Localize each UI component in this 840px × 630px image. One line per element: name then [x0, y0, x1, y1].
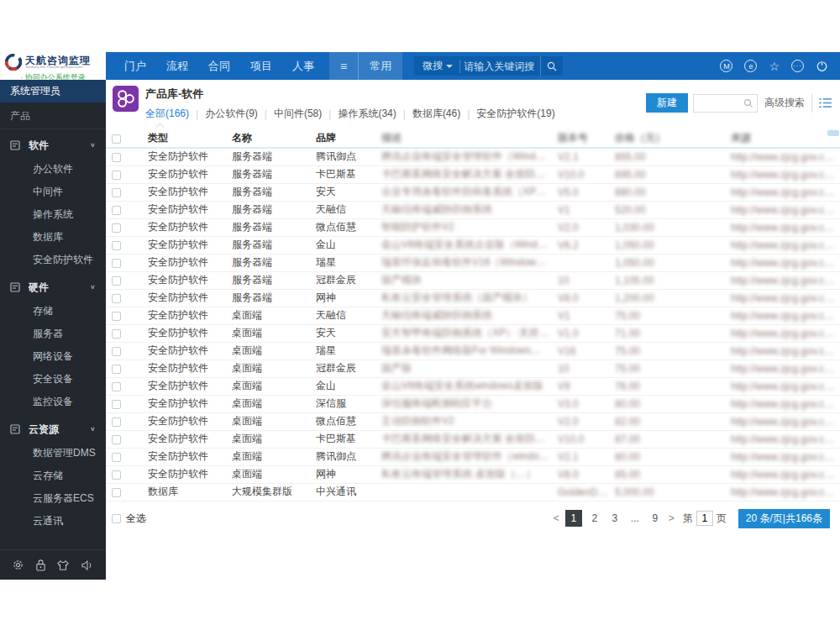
- select-all-checkbox[interactable]: [112, 514, 121, 523]
- page-button-2[interactable]: 2: [587, 510, 602, 527]
- sidebar-item-安全设备[interactable]: 安全设备: [0, 368, 106, 391]
- sound-speaker-icon[interactable]: [81, 559, 94, 571]
- enterprise-chat-icon[interactable]: e: [744, 60, 757, 72]
- tab-3[interactable]: 中间件(58): [274, 105, 322, 123]
- table-row[interactable]: 安全防护软件服务器端微点佰慧智能防护软件V2V2.01,030.00http:/…: [106, 218, 840, 236]
- page-button-1[interactable]: 1: [565, 510, 582, 527]
- page-button-3[interactable]: 3: [607, 510, 622, 527]
- sidebar-group-3[interactable]: 云资源∨: [0, 417, 106, 442]
- settings-gear-icon[interactable]: [12, 559, 24, 571]
- table-row[interactable]: 安全防护软件服务器端网神私有云安全管理系统（国产模块）V8.01,200.00h…: [106, 289, 840, 307]
- select-all-control[interactable]: 全选: [112, 512, 146, 526]
- search-scope-dropdown[interactable]: 微搜: [423, 59, 459, 73]
- row-checkbox[interactable]: [112, 276, 121, 286]
- sidebar-item-网络设备[interactable]: 网络设备: [0, 345, 106, 368]
- row-checkbox[interactable]: [112, 453, 121, 462]
- row-checkbox[interactable]: [112, 382, 121, 391]
- sidebar-item-数据库[interactable]: 数据库: [0, 226, 106, 249]
- sidebar-item-监控设备[interactable]: 监控设备: [0, 391, 106, 413]
- row-checkbox[interactable]: [112, 294, 121, 303]
- row-checkbox[interactable]: [112, 365, 121, 374]
- table-row[interactable]: 安全防护软件服务器端腾讯御点腾讯企业终端安全管理软件（Windows版）V2.1…: [106, 148, 840, 165]
- table-row[interactable]: 安全防护软件服务器端天融信天融信终端威胁防御系统V1520.00http://w…: [106, 201, 840, 218]
- row-checkbox[interactable]: [112, 435, 121, 444]
- tab-5[interactable]: 数据库(46): [412, 105, 460, 123]
- theme-shirt-icon[interactable]: [56, 559, 70, 571]
- table-row[interactable]: 数据库大规模集群版中兴通讯GoldenData v…5,000.00http:/…: [106, 483, 840, 501]
- row-checkbox[interactable]: [112, 312, 121, 321]
- list-view-icon[interactable]: [819, 97, 832, 108]
- table-row[interactable]: 安全防护软件桌面端冠群金辰国产版1075.00http://www.zjcg.g…: [106, 360, 840, 377]
- global-search-input[interactable]: [459, 60, 540, 73]
- goto-page-input[interactable]: [696, 511, 713, 526]
- row-checkbox[interactable]: [112, 470, 121, 480]
- nav-item-2[interactable]: 流程: [156, 52, 198, 80]
- frequently-used-button[interactable]: 常用: [358, 52, 402, 80]
- table-row[interactable]: 安全防护软件桌面端天融信天融信终端威胁防御系统V175.00http://www…: [106, 307, 840, 324]
- create-new-button[interactable]: 新建: [646, 93, 688, 113]
- table-row[interactable]: 安全防护软件服务器端冠群金辰国产模块101,105.00http://www.z…: [106, 271, 840, 289]
- table-row[interactable]: 安全防护软件服务器端卡巴斯基卡巴斯基网络安全解决方案 全面防护高级版（KL48……: [106, 165, 840, 183]
- sidebar-item-云存储[interactable]: 云存储: [0, 465, 106, 487]
- row-checkbox[interactable]: [112, 188, 121, 197]
- nav-item-3[interactable]: 合同: [198, 52, 240, 80]
- table-row[interactable]: 安全防护软件桌面端微点佰慧主动防御软件V2V2.082.00http://www…: [106, 412, 840, 430]
- tab-2[interactable]: 办公软件(9): [205, 105, 258, 123]
- table-row[interactable]: 安全防护软件桌面端瑞星瑞星杀毒软件网络版For Windows（桌面版）V167…: [106, 342, 840, 360]
- row-checkbox[interactable]: [112, 241, 121, 250]
- table-row[interactable]: 安全防护软件桌面端腾讯御点腾讯企业终端安全管理软件（windows版）·V2.1…: [106, 448, 840, 465]
- search-icon[interactable]: [743, 98, 753, 108]
- table-row[interactable]: 安全防护软件服务器端瑞星瑞星环保反病毒软件V16（Windows版）·标准模块1…: [106, 254, 840, 271]
- table-row[interactable]: 安全防护软件桌面端安天安天智甲终端防御系统（XP）·支持国产化系统V1.071.…: [106, 324, 840, 342]
- sidebar-item-操作系统[interactable]: 操作系统: [0, 203, 106, 226]
- tab-1[interactable]: 全部(166): [145, 105, 189, 123]
- more-options-icon[interactable]: ···: [791, 60, 804, 72]
- nav-item-5[interactable]: 人事: [282, 52, 324, 80]
- table-row[interactable]: 安全防护软件服务器端安天企业专用杀毒软件防病毒系统（XP）·经典输入法版V5.0…: [106, 183, 840, 201]
- nav-item-1[interactable]: 门户: [114, 52, 156, 80]
- table-row[interactable]: 安全防护软件桌面端深信服深信服终端检测响应平台V3.080.00http://w…: [106, 395, 840, 412]
- page-button-9[interactable]: 9: [648, 510, 663, 527]
- sidebar-item-安全防护软件[interactable]: 安全防护软件: [0, 249, 106, 271]
- sidebar-item-云服务器ECS[interactable]: 云服务器ECS: [0, 487, 106, 510]
- sidebar-group-1[interactable]: 软件∨: [0, 133, 106, 158]
- apps-menu-button[interactable]: ≡: [329, 52, 358, 80]
- sidebar-item-办公软件[interactable]: 办公软件: [0, 158, 106, 181]
- tab-4[interactable]: 操作系统(34): [338, 105, 396, 123]
- scrollbar-thumb[interactable]: [827, 130, 839, 136]
- advanced-search-button[interactable]: 高级搜索: [757, 94, 811, 113]
- tab-6[interactable]: 安全防护软件(19): [476, 105, 554, 123]
- row-checkbox[interactable]: [112, 259, 121, 268]
- search-submit-button[interactable]: [540, 56, 563, 76]
- row-checkbox[interactable]: [112, 223, 121, 233]
- prev-page-button[interactable]: <: [554, 512, 559, 524]
- sidebar-group-2[interactable]: 硬件∨: [0, 275, 106, 300]
- table-row[interactable]: 安全防护软件桌面端网神私有云终端管理系统·桌面版（…）V8.085.00http…: [106, 465, 840, 483]
- table-row[interactable]: 安全防护软件桌面端金山金山V8终端安全系统windows桌面版V976.00ht…: [106, 377, 840, 395]
- lock-icon[interactable]: [35, 559, 46, 571]
- sidebar-item-服务器[interactable]: 服务器: [0, 323, 106, 345]
- row-checkbox[interactable]: [112, 329, 121, 339]
- sidebar-item-云通讯[interactable]: 云通讯: [0, 510, 106, 533]
- message-icon[interactable]: M: [720, 60, 732, 72]
- header-checkbox[interactable]: [112, 134, 121, 144]
- nav-item-4[interactable]: 项目: [240, 52, 282, 80]
- next-page-button[interactable]: >: [669, 512, 675, 524]
- table-row[interactable]: 安全防护软件服务器端金山金山V8终端安全系统企业版（Windows系统适用）V6…: [106, 236, 840, 254]
- row-checkbox[interactable]: [112, 206, 121, 215]
- table-search-input[interactable]: [694, 97, 740, 109]
- row-checkbox[interactable]: [112, 171, 121, 180]
- row-checkbox[interactable]: [112, 488, 121, 497]
- sidebar-section-product[interactable]: 产品: [0, 102, 106, 129]
- sidebar-item-数据管理DMS[interactable]: 数据管理DMS: [0, 442, 106, 465]
- favorites-star-icon[interactable]: ☆: [769, 60, 780, 72]
- row-checkbox[interactable]: [112, 400, 121, 409]
- page-size-summary[interactable]: 20 条/页|共166条: [738, 509, 830, 528]
- row-checkbox[interactable]: [112, 153, 121, 162]
- sidebar-item-中间件[interactable]: 中间件: [0, 181, 106, 203]
- row-checkbox[interactable]: [112, 417, 121, 427]
- table-row[interactable]: 安全防护软件桌面端卡巴斯基卡巴斯基网络安全解决方案 全面防护标准版（KES）·K…: [106, 430, 840, 448]
- power-icon[interactable]: [816, 60, 828, 72]
- sidebar-item-存储[interactable]: 存储: [0, 300, 106, 323]
- row-checkbox[interactable]: [112, 347, 121, 356]
